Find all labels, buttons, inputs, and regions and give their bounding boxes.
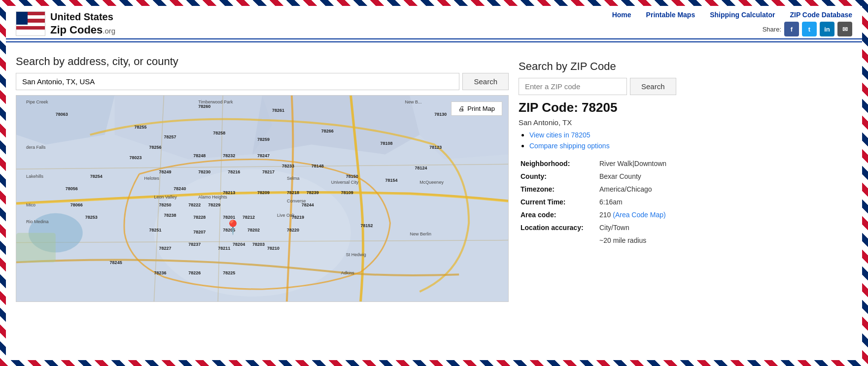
share-label: Share:	[763, 26, 781, 33]
right-panel: Search by ZIP Code Search ZIP Code: 7820…	[519, 46, 852, 302]
print-map-button[interactable]: 🖨 Print Map	[451, 101, 502, 116]
address-search-input[interactable]	[16, 73, 459, 90]
county-key: County:	[519, 170, 597, 183]
area-code-map-link[interactable]: (Area Code Map)	[613, 211, 665, 219]
label-selma: Selma	[287, 176, 300, 181]
locationaccuracy-value: City/Town	[597, 221, 852, 234]
zip-city: San Antonio, TX	[519, 118, 852, 127]
map-svg	[16, 96, 508, 301]
zip-links-list: View cities in 78205 Compare shipping op…	[519, 131, 852, 150]
label-pipecreek: Pipe Creek	[26, 100, 48, 104]
label-mico: Mico	[26, 202, 35, 207]
label-timberwood: Timberwood Park	[198, 100, 233, 104]
table-row-radius: ~20 mile radius	[519, 234, 852, 247]
timezone-value: America/Chicago	[597, 183, 852, 196]
label-mcqueeney: McQueeney	[419, 180, 444, 185]
top-nav: United States Zip Codes.org Home Printab…	[6, 6, 862, 39]
map-pin: 📍	[224, 219, 242, 235]
currenttime-value: 6:16am	[597, 196, 852, 208]
nav-zip-database[interactable]: ZIP Code Database	[790, 11, 852, 19]
view-cities-link[interactable]: View cities in 78205	[529, 131, 590, 139]
flag-icon	[16, 11, 45, 36]
zip-link-cities: View cities in 78205	[529, 131, 852, 139]
label-newberlin: New Berlin	[410, 232, 431, 236]
zip-search-row: Search	[519, 78, 852, 95]
table-row-county: County: Bexar County	[519, 170, 852, 183]
title-line2: Zip Codes.org	[50, 23, 115, 36]
areacode-key: Area code:	[519, 208, 597, 221]
share-twitter[interactable]: t	[802, 22, 817, 36]
nav-home[interactable]: Home	[612, 11, 631, 19]
areacode-value: 210 (Area Code Map)	[597, 208, 852, 221]
label-riomedina: Rio Medina	[26, 219, 49, 224]
share-linkedin[interactable]: in	[820, 22, 834, 36]
table-row-areacode: Area code: 210 (Area Code Map)	[519, 208, 852, 221]
table-row-locationaccuracy: Location accuracy: City/Town	[519, 221, 852, 234]
site-title: United States Zip Codes.org	[50, 11, 115, 36]
share-email[interactable]: ✉	[837, 22, 852, 36]
table-row-neighborhood: Neighborhood: River Walk|Downtown	[519, 157, 852, 170]
label-lakehills: Lakehills	[26, 174, 43, 179]
map-container: 78063 78260 78261 78130 78255 78257 7825…	[16, 95, 509, 302]
address-search-row: Search	[16, 73, 509, 90]
label-derafalls: dera Falls	[26, 145, 46, 150]
nav-shipping-calculator[interactable]: Shipping Calculator	[710, 11, 775, 19]
zip-link-shipping: Compare shipping options	[529, 141, 852, 150]
label-alamoheights: Alamo Heights	[198, 195, 227, 200]
address-search-button[interactable]: Search	[462, 73, 509, 90]
locationaccuracy-key: Location accuracy:	[519, 221, 597, 234]
label-newb: New B...	[405, 100, 421, 104]
title-line1: United States	[50, 11, 115, 23]
address-search-label: Search by address, city, or county	[16, 55, 509, 68]
zip-search-button[interactable]: Search	[630, 78, 676, 95]
label-liveoaks: Live Oak	[277, 213, 295, 218]
zip-details-table: Neighborhood: River Walk|Downtown County…	[519, 157, 852, 247]
logo-area: United States Zip Codes.org	[16, 11, 115, 36]
label-helotes: Helotes	[144, 176, 159, 181]
label-sthedwig: St Hedwig	[346, 252, 366, 257]
svg-rect-11	[16, 233, 56, 263]
zip-search-input[interactable]	[519, 78, 627, 95]
printer-icon: 🖨	[458, 105, 465, 112]
neighborhood-value: River Walk|Downtown	[597, 157, 852, 170]
currenttime-key: Current Time:	[519, 196, 597, 208]
label-leonvalley: Leon Valley	[154, 195, 176, 200]
nav-links: Home Printable Maps Shipping Calculator …	[612, 11, 852, 19]
left-panel: Search by address, city, or county Searc…	[16, 46, 509, 302]
timezone-key: Timezone:	[519, 183, 597, 196]
main-content: Search by address, city, or county Searc…	[6, 46, 862, 302]
share-facebook[interactable]: f	[784, 22, 799, 36]
label-adkins: Adkins	[341, 270, 354, 275]
label-converse: Converse	[287, 199, 306, 203]
neighborhood-key: Neighborhood:	[519, 157, 597, 170]
table-row-currenttime: Current Time: 6:16am	[519, 196, 852, 208]
zip-info-section: ZIP Code: 78205 San Antonio, TX View cit…	[519, 100, 852, 247]
label-univcity: Universal City	[331, 180, 359, 185]
county-value: Bexar County	[597, 170, 852, 183]
radius-value: ~20 mile radius	[597, 234, 852, 247]
compare-shipping-link[interactable]: Compare shipping options	[529, 142, 610, 150]
share-area: Share: f t in ✉	[763, 22, 852, 36]
zip-search-label: Search by ZIP Code	[519, 51, 852, 73]
nav-printable-maps[interactable]: Printable Maps	[646, 11, 695, 19]
svg-point-5	[154, 169, 350, 297]
radius-key	[519, 234, 597, 247]
nav-right: Home Printable Maps Shipping Calculator …	[612, 11, 852, 36]
table-row-timezone: Timezone: America/Chicago	[519, 183, 852, 196]
zip-code-title: ZIP Code: 78205	[519, 100, 852, 115]
address-search-section: Search by address, city, or county Searc…	[16, 46, 509, 95]
map-background: 78063 78260 78261 78130 78255 78257 7825…	[16, 96, 508, 301]
